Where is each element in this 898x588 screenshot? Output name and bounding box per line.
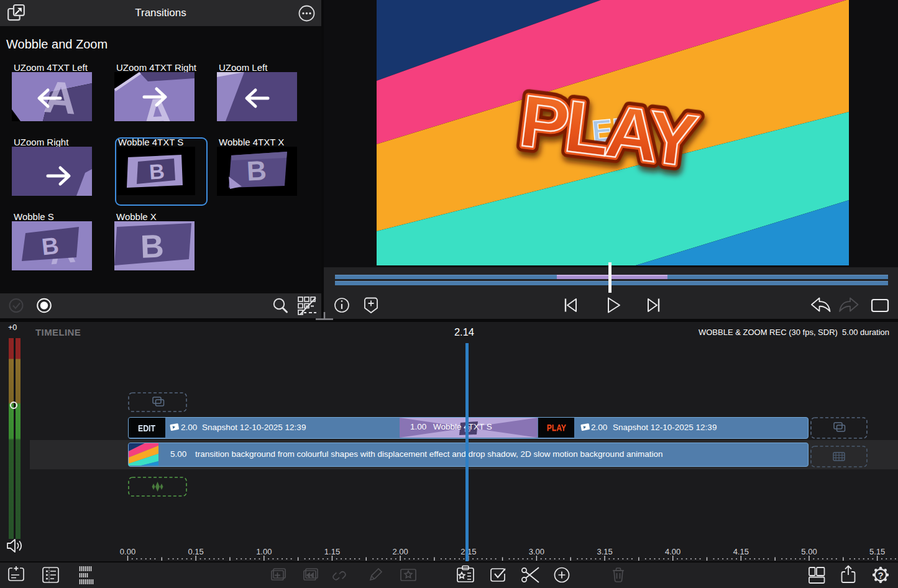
- svg-text:B: B: [246, 155, 267, 186]
- svg-text:2.15: 2.15: [460, 547, 476, 556]
- svg-text:3.00: 3.00: [529, 547, 544, 556]
- svg-text:1.15: 1.15: [324, 547, 340, 556]
- svg-text:3.15: 3.15: [597, 547, 612, 556]
- svg-text:B: B: [40, 232, 60, 260]
- svg-text:5.15: 5.15: [869, 547, 885, 556]
- svg-text:?: ?: [877, 570, 883, 581]
- svg-text:4.15: 4.15: [733, 547, 749, 556]
- svg-text:5.00: 5.00: [801, 547, 817, 556]
- svg-text:2.00: 2.00: [392, 547, 408, 556]
- svg-text:1.00: 1.00: [256, 547, 272, 556]
- svg-text:0.00: 0.00: [120, 547, 135, 556]
- svg-text:4.00: 4.00: [665, 547, 680, 556]
- svg-text:B: B: [140, 227, 165, 264]
- svg-text:0.15: 0.15: [188, 547, 203, 556]
